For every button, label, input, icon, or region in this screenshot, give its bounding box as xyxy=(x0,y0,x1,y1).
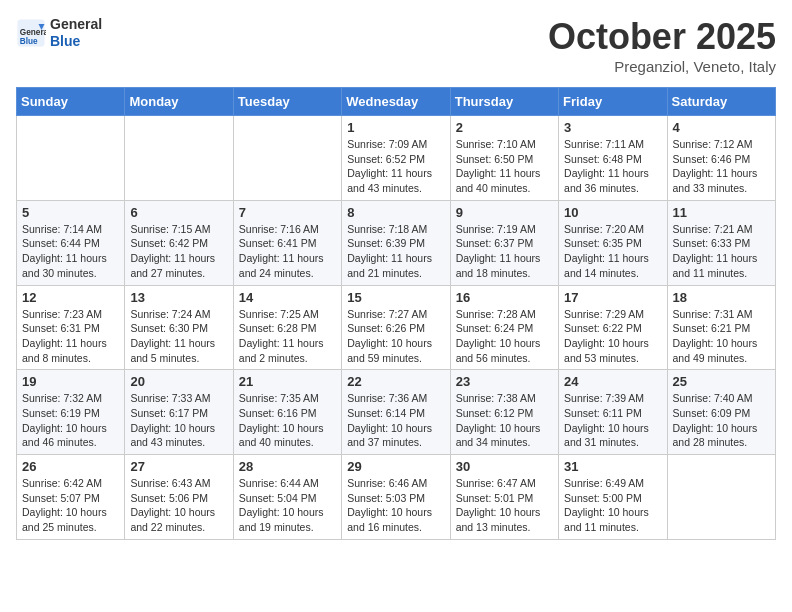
page-header: General Blue General Blue October 2025 P… xyxy=(16,16,776,75)
calendar-day-header: Friday xyxy=(559,88,667,116)
day-number: 20 xyxy=(130,374,227,389)
day-info: Sunrise: 7:27 AM Sunset: 6:26 PM Dayligh… xyxy=(347,307,444,366)
day-number: 13 xyxy=(130,290,227,305)
day-info: Sunrise: 7:20 AM Sunset: 6:35 PM Dayligh… xyxy=(564,222,661,281)
day-number: 14 xyxy=(239,290,336,305)
day-number: 6 xyxy=(130,205,227,220)
calendar-cell: 7Sunrise: 7:16 AM Sunset: 6:41 PM Daylig… xyxy=(233,200,341,285)
calendar-week-row: 1Sunrise: 7:09 AM Sunset: 6:52 PM Daylig… xyxy=(17,116,776,201)
logo: General Blue General Blue xyxy=(16,16,102,50)
day-info: Sunrise: 7:12 AM Sunset: 6:46 PM Dayligh… xyxy=(673,137,770,196)
calendar-cell: 24Sunrise: 7:39 AM Sunset: 6:11 PM Dayli… xyxy=(559,370,667,455)
calendar-week-row: 19Sunrise: 7:32 AM Sunset: 6:19 PM Dayli… xyxy=(17,370,776,455)
day-number: 21 xyxy=(239,374,336,389)
calendar-day-header: Wednesday xyxy=(342,88,450,116)
title-block: October 2025 Preganziol, Veneto, Italy xyxy=(548,16,776,75)
calendar-table: SundayMondayTuesdayWednesdayThursdayFrid… xyxy=(16,87,776,540)
day-info: Sunrise: 7:18 AM Sunset: 6:39 PM Dayligh… xyxy=(347,222,444,281)
day-info: Sunrise: 6:46 AM Sunset: 5:03 PM Dayligh… xyxy=(347,476,444,535)
calendar-cell: 12Sunrise: 7:23 AM Sunset: 6:31 PM Dayli… xyxy=(17,285,125,370)
calendar-cell: 30Sunrise: 6:47 AM Sunset: 5:01 PM Dayli… xyxy=(450,455,558,540)
day-info: Sunrise: 7:39 AM Sunset: 6:11 PM Dayligh… xyxy=(564,391,661,450)
calendar-day-header: Saturday xyxy=(667,88,775,116)
calendar-cell xyxy=(125,116,233,201)
calendar-cell: 1Sunrise: 7:09 AM Sunset: 6:52 PM Daylig… xyxy=(342,116,450,201)
calendar-cell: 5Sunrise: 7:14 AM Sunset: 6:44 PM Daylig… xyxy=(17,200,125,285)
day-number: 3 xyxy=(564,120,661,135)
calendar-cell: 22Sunrise: 7:36 AM Sunset: 6:14 PM Dayli… xyxy=(342,370,450,455)
day-info: Sunrise: 7:36 AM Sunset: 6:14 PM Dayligh… xyxy=(347,391,444,450)
calendar-cell: 29Sunrise: 6:46 AM Sunset: 5:03 PM Dayli… xyxy=(342,455,450,540)
calendar-cell: 23Sunrise: 7:38 AM Sunset: 6:12 PM Dayli… xyxy=(450,370,558,455)
calendar-day-header: Sunday xyxy=(17,88,125,116)
day-info: Sunrise: 7:33 AM Sunset: 6:17 PM Dayligh… xyxy=(130,391,227,450)
calendar-day-header: Tuesday xyxy=(233,88,341,116)
calendar-cell: 17Sunrise: 7:29 AM Sunset: 6:22 PM Dayli… xyxy=(559,285,667,370)
logo-text-blue: Blue xyxy=(50,33,102,50)
day-number: 22 xyxy=(347,374,444,389)
day-number: 10 xyxy=(564,205,661,220)
calendar-cell: 6Sunrise: 7:15 AM Sunset: 6:42 PM Daylig… xyxy=(125,200,233,285)
day-info: Sunrise: 7:38 AM Sunset: 6:12 PM Dayligh… xyxy=(456,391,553,450)
month-title: October 2025 xyxy=(548,16,776,58)
calendar-cell: 31Sunrise: 6:49 AM Sunset: 5:00 PM Dayli… xyxy=(559,455,667,540)
calendar-header-row: SundayMondayTuesdayWednesdayThursdayFrid… xyxy=(17,88,776,116)
day-number: 27 xyxy=(130,459,227,474)
calendar-week-row: 26Sunrise: 6:42 AM Sunset: 5:07 PM Dayli… xyxy=(17,455,776,540)
calendar-cell: 18Sunrise: 7:31 AM Sunset: 6:21 PM Dayli… xyxy=(667,285,775,370)
day-number: 15 xyxy=(347,290,444,305)
day-number: 7 xyxy=(239,205,336,220)
calendar-cell: 28Sunrise: 6:44 AM Sunset: 5:04 PM Dayli… xyxy=(233,455,341,540)
calendar-cell xyxy=(233,116,341,201)
calendar-cell: 3Sunrise: 7:11 AM Sunset: 6:48 PM Daylig… xyxy=(559,116,667,201)
day-number: 25 xyxy=(673,374,770,389)
day-info: Sunrise: 7:35 AM Sunset: 6:16 PM Dayligh… xyxy=(239,391,336,450)
day-info: Sunrise: 7:10 AM Sunset: 6:50 PM Dayligh… xyxy=(456,137,553,196)
day-info: Sunrise: 7:29 AM Sunset: 6:22 PM Dayligh… xyxy=(564,307,661,366)
calendar-cell: 21Sunrise: 7:35 AM Sunset: 6:16 PM Dayli… xyxy=(233,370,341,455)
day-number: 24 xyxy=(564,374,661,389)
day-number: 19 xyxy=(22,374,119,389)
day-number: 8 xyxy=(347,205,444,220)
day-number: 30 xyxy=(456,459,553,474)
day-info: Sunrise: 6:42 AM Sunset: 5:07 PM Dayligh… xyxy=(22,476,119,535)
day-info: Sunrise: 7:24 AM Sunset: 6:30 PM Dayligh… xyxy=(130,307,227,366)
day-info: Sunrise: 7:40 AM Sunset: 6:09 PM Dayligh… xyxy=(673,391,770,450)
day-info: Sunrise: 7:21 AM Sunset: 6:33 PM Dayligh… xyxy=(673,222,770,281)
day-info: Sunrise: 7:31 AM Sunset: 6:21 PM Dayligh… xyxy=(673,307,770,366)
calendar-cell xyxy=(667,455,775,540)
location: Preganziol, Veneto, Italy xyxy=(548,58,776,75)
day-number: 29 xyxy=(347,459,444,474)
day-info: Sunrise: 7:16 AM Sunset: 6:41 PM Dayligh… xyxy=(239,222,336,281)
calendar-day-header: Monday xyxy=(125,88,233,116)
day-info: Sunrise: 7:32 AM Sunset: 6:19 PM Dayligh… xyxy=(22,391,119,450)
svg-text:Blue: Blue xyxy=(20,36,38,45)
day-number: 11 xyxy=(673,205,770,220)
calendar-cell: 26Sunrise: 6:42 AM Sunset: 5:07 PM Dayli… xyxy=(17,455,125,540)
calendar-cell: 11Sunrise: 7:21 AM Sunset: 6:33 PM Dayli… xyxy=(667,200,775,285)
calendar-cell: 20Sunrise: 7:33 AM Sunset: 6:17 PM Dayli… xyxy=(125,370,233,455)
calendar-cell: 13Sunrise: 7:24 AM Sunset: 6:30 PM Dayli… xyxy=(125,285,233,370)
day-number: 4 xyxy=(673,120,770,135)
day-info: Sunrise: 6:43 AM Sunset: 5:06 PM Dayligh… xyxy=(130,476,227,535)
day-info: Sunrise: 7:25 AM Sunset: 6:28 PM Dayligh… xyxy=(239,307,336,366)
calendar-week-row: 5Sunrise: 7:14 AM Sunset: 6:44 PM Daylig… xyxy=(17,200,776,285)
day-info: Sunrise: 7:23 AM Sunset: 6:31 PM Dayligh… xyxy=(22,307,119,366)
calendar-cell: 10Sunrise: 7:20 AM Sunset: 6:35 PM Dayli… xyxy=(559,200,667,285)
day-number: 18 xyxy=(673,290,770,305)
day-number: 1 xyxy=(347,120,444,135)
day-info: Sunrise: 7:14 AM Sunset: 6:44 PM Dayligh… xyxy=(22,222,119,281)
calendar-cell xyxy=(17,116,125,201)
day-number: 5 xyxy=(22,205,119,220)
day-info: Sunrise: 6:47 AM Sunset: 5:01 PM Dayligh… xyxy=(456,476,553,535)
calendar-cell: 19Sunrise: 7:32 AM Sunset: 6:19 PM Dayli… xyxy=(17,370,125,455)
calendar-week-row: 12Sunrise: 7:23 AM Sunset: 6:31 PM Dayli… xyxy=(17,285,776,370)
day-number: 31 xyxy=(564,459,661,474)
day-info: Sunrise: 7:15 AM Sunset: 6:42 PM Dayligh… xyxy=(130,222,227,281)
calendar-cell: 25Sunrise: 7:40 AM Sunset: 6:09 PM Dayli… xyxy=(667,370,775,455)
calendar-day-header: Thursday xyxy=(450,88,558,116)
calendar-cell: 4Sunrise: 7:12 AM Sunset: 6:46 PM Daylig… xyxy=(667,116,775,201)
day-number: 9 xyxy=(456,205,553,220)
calendar-cell: 16Sunrise: 7:28 AM Sunset: 6:24 PM Dayli… xyxy=(450,285,558,370)
day-number: 17 xyxy=(564,290,661,305)
